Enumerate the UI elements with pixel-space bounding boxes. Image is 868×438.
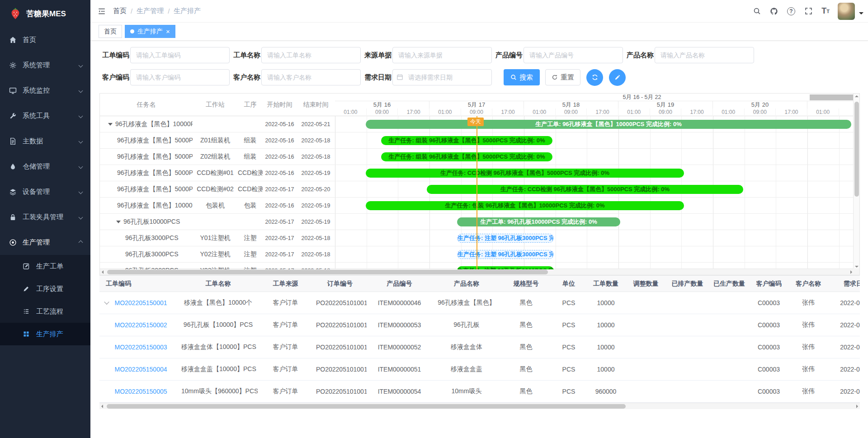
work-order-link[interactable]: MO202205150002 [115,321,167,329]
gantt-hour: 01:00 [618,108,650,116]
customer-name-input[interactable] [261,69,361,85]
gantt-week-label: 5月 16 - 5月 22 [335,94,854,101]
table-row[interactable]: MO202205150003 移液盒盒体【10000】PCS 客户订单 PO20… [99,336,860,358]
edit-schedule-button[interactable] [609,69,626,86]
scroll-right-arrow[interactable] [850,270,852,274]
scrollbar-thumb[interactable] [854,102,859,197]
sidebar-item-label: 系统工具 [23,112,50,120]
task-bar[interactable]: 生产任务: CCD检测 96孔移液盒【黑色】5000PCS 完成比例: 0% [366,169,684,178]
refresh-gantt-button[interactable] [586,69,603,86]
work-order-code-input[interactable] [130,47,230,63]
field-label: 客户名称 [233,73,261,82]
caret-down-icon[interactable] [859,12,863,17]
customer-code-input[interactable] [130,69,230,85]
scroll-left-arrow[interactable] [102,270,104,274]
gantt-day-row: 5月 16 5月 17 5月 18 5月 19 5月 20 [335,101,854,108]
search-button[interactable]: 搜索 [504,69,540,85]
orders-col-header: 产品名称 [432,280,501,288]
scroll-right-arrow[interactable] [856,405,858,408]
expand-triangle-icon[interactable] [116,221,121,223]
table-row[interactable]: MO202205150002 96孔孔板【10000】PCS 客户订单 PO20… [99,314,860,336]
sidebar-item-system-mgmt[interactable]: 系统管理 [0,52,90,78]
sidebar-item-label: 生产管理 [23,238,50,247]
orders-col-header: 已生产数量 [708,280,750,288]
sidebar-item-production[interactable]: 生产管理 [0,230,90,255]
gantt-hour-row: 01:00 09:00 17:00 01:00 09:00 17:00 01:0… [335,108,839,116]
scrollbar-corner [853,268,859,275]
sidebar-item-work-order[interactable]: 生产工单 [0,255,90,278]
chevron-up-icon [79,240,83,245]
scroll-down-arrow[interactable] [855,266,859,268]
help-icon[interactable] [783,4,799,19]
work-order-link[interactable]: MO202205150004 [115,366,167,373]
today-label: 今天 [467,118,484,126]
active-dot-icon [130,29,134,33]
task-bar[interactable]: 生产任务: 注塑 96孔孔板3000PCS 完成比例: 0% [457,266,554,269]
breadcrumb-separator: / [168,7,170,15]
scroll-up-arrow[interactable] [855,95,859,97]
tab-home[interactable]: 首页 [99,25,122,38]
task-bar[interactable]: 生产任务: 组装 96孔移液盒【黑色】5000PCS 完成比例: 0% [381,152,552,161]
sidebar-item-label: 工序设置 [36,285,63,293]
task-bar[interactable]: 生产任务: 包装 96孔移液盒【黑色】10000PCS 完成比例: 0% [366,201,684,210]
workorder-bar[interactable]: 生产工单: 96孔移液盒【黑色】10000PCS 完成比例: 0% [366,120,851,129]
table-row[interactable]: MO202205150001 移液盒【黑色】10000个 客户订单 PO2022… [99,292,860,314]
tab-scheduling[interactable]: 生产排产 [125,25,175,38]
sidebar-item-equipment[interactable]: 设备管理 [0,179,90,204]
sidebar-item-fixtures[interactable]: 工装夹具管理 [0,204,90,230]
product-name-input[interactable] [655,47,754,63]
sidebar-item-home[interactable]: 首页 [0,27,90,52]
sidebar-item-process-flow[interactable]: 工艺流程 [0,300,90,323]
task-bar[interactable]: 生产任务: 组装 96孔移液盒【黑色】5000PCS 完成比例: 0% [381,136,552,145]
sidebar-item-master-data[interactable]: 主数据 [0,128,90,154]
reset-button[interactable]: 重置 [545,69,580,85]
top-navbar: 首页 / 生产管理 / 生产排产 [90,0,868,23]
expand-triangle-icon[interactable] [108,123,113,126]
close-icon[interactable] [166,28,170,35]
gantt-day: 5月 16 [335,101,429,108]
gantt-vertical-scrollbar[interactable] [853,94,859,269]
product-code-input[interactable] [524,47,623,63]
gantt-hour: 17:00 [776,108,807,116]
sidebar-item-warehouse[interactable]: 仓储管理 [0,154,90,179]
github-icon[interactable] [766,4,782,19]
sidebar-item-label: 生产工单 [36,262,63,271]
task-bar[interactable]: 生产任务: CCD检测 96孔移液盒【黑色】5000PCS 完成比例: 0% [427,185,743,194]
sidebar-toggle-icon[interactable] [90,7,113,15]
gantt-hour: 01:00 [807,108,839,116]
scrollbar-thumb[interactable] [107,270,548,274]
sidebar-item-process-settings[interactable]: 工序设置 [0,278,90,300]
task-bar-selected[interactable]: 生产任务: 注塑 96孔孔板3000PCS 完成比例: 0% [457,250,554,259]
orders-horizontal-scrollbar[interactable] [99,403,860,409]
work-order-link[interactable]: MO202205150003 [115,344,167,351]
due-date-input[interactable] [392,69,492,85]
gantt-col-start: 开始时间 [263,101,297,109]
orders-col-header: 需求日期 [829,280,860,288]
task-bar-selected[interactable]: 生产任务: 注塑 96孔孔板3000PCS 完成比例: 0% [457,234,554,243]
breadcrumb-section[interactable]: 生产管理 [137,7,164,15]
breadcrumb-home[interactable]: 首页 [113,7,127,15]
scroll-left-arrow[interactable] [101,405,103,408]
sidebar-item-system-monitor[interactable]: 系统监控 [0,78,90,103]
gantt-horizontal-scrollbar[interactable] [100,268,854,275]
fullscreen-icon[interactable] [801,4,816,19]
expand-chevron-icon[interactable] [104,299,109,304]
sidebar-item-label: 工艺流程 [36,307,63,316]
work-order-link[interactable]: MO202205150005 [115,388,167,395]
source-doc-input[interactable] [392,47,492,63]
work-order-link[interactable]: MO202205150001 [115,299,167,306]
sidebar-item-system-tools[interactable]: 系统工具 [0,103,90,128]
layers-icon [8,187,17,196]
font-size-icon[interactable] [818,4,833,19]
breadcrumb-separator: / [131,7,132,15]
workorder-bar[interactable]: 生产工单: 96孔孔板10000PCS 完成比例: 0% [457,217,620,226]
avatar[interactable] [838,3,855,20]
search-icon[interactable] [749,4,764,19]
scrollbar-thumb[interactable] [107,404,626,409]
table-row[interactable]: MO202205150004 移液盒盒盖【10000】PCS 客户订单 PO20… [99,358,860,381]
table-row[interactable]: MO202205150005 10mm吸头【960000】PCS 客户订单 PO… [99,381,860,403]
gantt-hour: 09:00 [556,108,587,116]
gantt-day: 5月 20 [713,101,807,108]
sidebar-item-scheduling[interactable]: 生产排产 [0,323,90,345]
work-order-name-input[interactable] [261,47,361,63]
